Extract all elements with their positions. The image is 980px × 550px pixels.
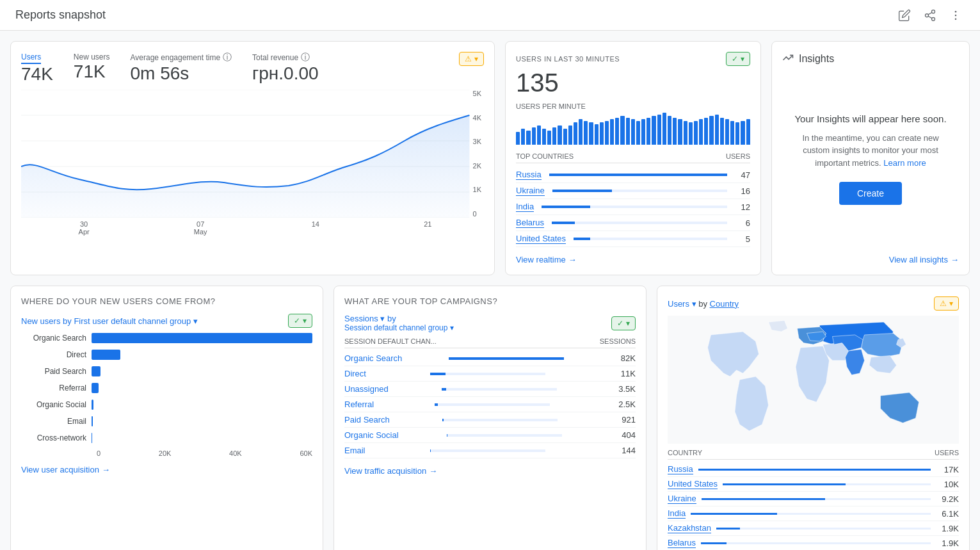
session-name[interactable]: Unassigned xyxy=(344,384,389,394)
country-bar xyxy=(552,222,727,224)
country-name[interactable]: Belarus xyxy=(516,218,544,228)
total-revenue-value: грн.0.00 xyxy=(252,63,319,84)
view-traffic-acquisition-link[interactable]: View traffic acquisition → xyxy=(344,466,636,476)
metrics-warning-badge[interactable]: ⚠ ▾ xyxy=(459,52,484,66)
total-revenue-label: Total revenue xyxy=(252,53,298,62)
more-icon[interactable] xyxy=(947,6,965,24)
users-col-label: USERS xyxy=(726,152,750,160)
mini-bar xyxy=(730,121,734,145)
edit-icon[interactable] xyxy=(896,6,913,24)
map-country-name[interactable]: Ukraine xyxy=(668,494,696,504)
country-row: Russia 47 xyxy=(516,167,750,183)
sessions-table: Organic Search 82K Direct 11K Unassigned… xyxy=(344,351,636,458)
avg-engagement-info-icon[interactable]: ⓘ xyxy=(223,52,232,63)
session-name[interactable]: Direct xyxy=(344,369,366,378)
session-name[interactable]: Email xyxy=(344,446,365,455)
country-name[interactable]: United States xyxy=(516,234,566,244)
realtime-card: USERS IN LAST 30 MINUTES ✓ ▾ 135 USERS P… xyxy=(505,41,761,275)
svg-point-1 xyxy=(926,13,929,17)
map-users-dropdown[interactable]: ▾ xyxy=(692,299,696,309)
map-country-value: 1.9K xyxy=(936,538,959,548)
channel-group-dropdown[interactable]: ▾ xyxy=(193,316,198,326)
learn-more-link[interactable]: Learn more xyxy=(883,158,926,168)
mini-bar xyxy=(735,122,739,145)
session-group-link[interactable]: Session default channel group xyxy=(344,323,447,332)
map-dropdown-icon: ▾ xyxy=(949,299,953,308)
country-count: 5 xyxy=(735,234,750,244)
total-revenue-metric: Total revenue ⓘ грн.0.00 xyxy=(252,52,319,84)
country-name[interactable]: India xyxy=(516,202,534,212)
map-country-row: Kazakhstan 1.9K xyxy=(668,521,959,536)
map-warning-badge[interactable]: ⚠ ▾ xyxy=(934,296,959,311)
country-bar xyxy=(552,190,727,192)
mini-bar xyxy=(673,118,677,145)
session-bar xyxy=(435,403,550,406)
session-bar xyxy=(442,388,557,391)
h-bar-label: Email xyxy=(21,417,92,426)
h-bar-container xyxy=(92,366,312,376)
campaigns-by-label: by xyxy=(387,314,396,323)
metrics-chart: 5K 4K 3K 2K 1K 0 xyxy=(21,90,484,218)
realtime-badge[interactable]: ✓ ▾ xyxy=(726,52,750,66)
campaigns-subtitle: Sessions ▾ by Session default channel gr… xyxy=(344,314,454,332)
sessions-dropdown[interactable]: ▾ xyxy=(380,314,385,323)
channel-group-link[interactable]: First user default channel group xyxy=(74,316,191,326)
bar-chart-axis: 0 20K 40K 60K xyxy=(21,449,312,457)
mini-bar xyxy=(521,129,525,145)
check-icon-acq: ✓ xyxy=(294,316,300,325)
map-country-name[interactable]: India xyxy=(668,508,686,519)
mini-bar xyxy=(668,116,671,145)
share-icon[interactable] xyxy=(921,6,939,24)
create-button[interactable]: Create xyxy=(839,182,902,205)
country-table-header: COUNTRY USERS xyxy=(668,449,959,460)
svg-line-4 xyxy=(928,12,932,14)
dropdown-icon: ▾ xyxy=(741,54,744,63)
view-all-insights-link[interactable]: View all insights → xyxy=(782,255,959,264)
country-bar xyxy=(542,206,727,208)
dropdown-icon-camp: ▾ xyxy=(626,319,630,328)
map-country-link[interactable]: Country xyxy=(710,299,739,309)
session-group-dropdown[interactable]: ▾ xyxy=(450,323,454,332)
h-bar-row: Organic Search xyxy=(21,333,312,343)
total-revenue-info-icon[interactable]: ⓘ xyxy=(301,52,310,63)
avg-engagement-value: 0m 56s xyxy=(131,63,232,84)
campaigns-section-title: WHAT ARE YOUR TOP CAMPAIGNS? xyxy=(344,296,636,306)
country-row: India 12 xyxy=(516,199,750,215)
top-countries-header: TOP COUNTRIES USERS xyxy=(516,152,750,163)
session-name[interactable]: Paid Search xyxy=(344,415,390,425)
acquisition-section-title: WHERE DO YOUR NEW USERS COME FROM? xyxy=(21,296,312,306)
session-name[interactable]: Referral xyxy=(344,400,374,409)
sessions-label[interactable]: Sessions xyxy=(344,314,378,323)
ct-bar xyxy=(716,528,931,530)
map-country-name[interactable]: Kazakhstan xyxy=(668,523,711,533)
session-name[interactable]: Organic Social xyxy=(344,430,399,440)
col-sessions-header: SESSIONS xyxy=(600,337,636,345)
mini-bar-chart xyxy=(516,113,750,145)
session-name[interactable]: Organic Search xyxy=(344,353,402,363)
campaigns-badge[interactable]: ✓ ▾ xyxy=(611,316,636,330)
mini-bar xyxy=(542,129,546,145)
session-row: Paid Search 921 xyxy=(344,412,636,428)
map-country-name[interactable]: United States xyxy=(668,479,718,489)
country-name[interactable]: Ukraine xyxy=(516,186,545,196)
h-bar-container xyxy=(92,400,312,410)
session-value: 3.5K xyxy=(610,384,636,394)
mini-bar xyxy=(699,119,703,145)
map-country-value: 1.9K xyxy=(936,524,959,533)
country-name[interactable]: Russia xyxy=(516,170,542,180)
map-users-link[interactable]: Users xyxy=(668,299,689,309)
map-header: Users ▾ by Country ⚠ ▾ xyxy=(668,296,959,311)
view-user-acquisition-link[interactable]: View user acquisition → xyxy=(21,465,312,474)
users-label[interactable]: Users xyxy=(21,53,41,64)
warning-dropdown-icon: ▾ xyxy=(474,54,478,63)
mini-bar xyxy=(684,121,687,145)
session-value: 82K xyxy=(610,353,636,363)
svg-point-5 xyxy=(955,10,957,12)
mini-bar xyxy=(526,131,530,145)
view-realtime-link[interactable]: View realtime → xyxy=(516,255,750,264)
map-country-name[interactable]: Belarus xyxy=(668,538,696,548)
map-country-name[interactable]: Russia xyxy=(668,464,693,474)
new-users-sub-label: New users xyxy=(21,316,60,326)
session-value: 11K xyxy=(610,369,636,378)
acquisition-badge[interactable]: ✓ ▾ xyxy=(288,314,312,328)
